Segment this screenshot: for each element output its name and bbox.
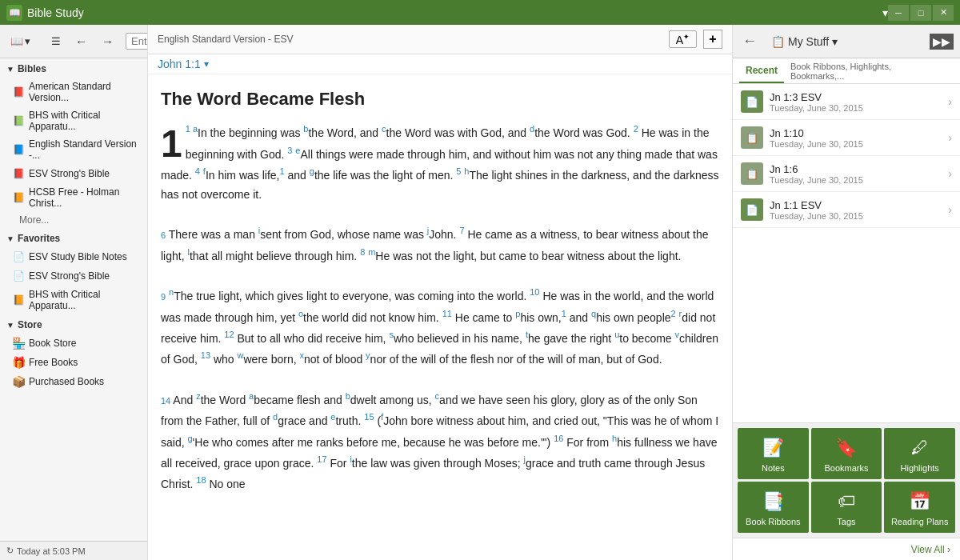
add-panel-button[interactable]: + [703, 30, 722, 49]
store-section-header[interactable]: ▼ Store [0, 314, 147, 334]
readingplans-icon: 📅 [909, 491, 930, 512]
recent-item-info-2: Jn 1:6 Tuesday, June 30, 2015 [770, 163, 942, 185]
sup-x: x [300, 350, 305, 360]
bibles-more-label: More... [19, 214, 49, 226]
verse-ref-text[interactable]: John 1:1 [158, 58, 201, 70]
recent-item-ref-3: Jn 1:1 ESV [770, 199, 942, 211]
sup-r: r [679, 309, 682, 318]
sidebar-item-label: ESV Strong's Bible [29, 270, 110, 282]
sidebar-item-label: ESV Study Bible Notes [29, 251, 127, 262]
sidebar-item-fav-esv-strong[interactable]: 📄 ESV Strong's Bible [0, 266, 147, 286]
sidebar-item-esv-strong[interactable]: 📕 ESV Strong's Bible [0, 164, 147, 183]
right-close-icon: ▶▶ [930, 34, 954, 50]
recent-item-ref-1: Jn 1:10 [770, 127, 942, 139]
sup-dd: d [273, 412, 278, 422]
sidebar-item-asv[interactable]: 📕 American Standard Version... [0, 78, 147, 106]
recent-item-ref-0: Jn 1:3 ESV [770, 91, 942, 103]
sup-n: n [169, 287, 174, 297]
recent-icon-glyph-2: 📋 [746, 168, 758, 180]
recent-item-1[interactable]: 📋 Jn 1:10 Tuesday, June 30, 2015 › [733, 120, 960, 156]
verse-1-ref-a: a [193, 124, 198, 134]
sidebar-item-book-store[interactable]: 🏪 Book Store [0, 334, 147, 353]
status-bar: ↻ Today at 5:03 PM [0, 541, 147, 560]
bibles-section-header[interactable]: ▼ Bibles [0, 58, 147, 78]
favorites-arrow-icon: ▼ [6, 234, 14, 243]
sidebar-item-free-books[interactable]: 🎁 Free Books [0, 353, 147, 372]
mystuff-label: My Stuff [788, 35, 829, 48]
sup-ii: i [350, 454, 351, 464]
list-view-button[interactable]: ☰ [46, 32, 66, 50]
sidebar-item-label: Free Books [29, 357, 78, 368]
minimize-button[interactable]: ─ [888, 5, 909, 21]
sup-o: o [298, 309, 303, 318]
recent-item-date-1: Tuesday, June 30, 2015 [770, 139, 942, 149]
font-size-button[interactable]: A✦ [669, 30, 697, 49]
recent-item-arrow-1: › [948, 131, 952, 144]
verse-ref-dropdown-icon[interactable]: ▾ [204, 58, 209, 70]
mystuff-button[interactable]: 📋 My Stuff ▾ [765, 32, 844, 51]
back-button[interactable]: ← [70, 31, 93, 51]
action-tile-highlights[interactable]: 🖊 Highlights [884, 428, 955, 479]
bibles-more-link[interactable]: More... [0, 212, 147, 228]
library-arrow: ▾ [25, 35, 30, 47]
right-back-button[interactable]: ← [739, 30, 760, 53]
chapter-text: 1 1 aIn the beginning was bthe Word, and… [161, 122, 719, 494]
main-container: 📖 ▾ ☰ ← → 🔍 → ▼ Bibles 📕 American St [0, 25, 960, 560]
title-dropdown-arrow[interactable]: ▾ [882, 6, 888, 19]
chapter-number: 1 [161, 125, 182, 163]
sidebar-item-bhs[interactable]: 📗 BHS with Critical Apparatu... [0, 106, 147, 135]
maximize-button[interactable]: □ [910, 5, 931, 21]
verse-10-num: 10 [530, 287, 539, 297]
sidebar-item-esv-study[interactable]: 📄 ESV Study Bible Notes [0, 247, 147, 266]
left-sidebar: 📖 ▾ ☰ ← → 🔍 → ▼ Bibles 📕 American St [0, 25, 148, 560]
recent-item-date-0: Tuesday, June 30, 2015 [770, 103, 942, 113]
recent-list: 📄 Jn 1:3 ESV Tuesday, June 30, 2015 › 📋 … [733, 84, 960, 422]
book-icon-asv: 📕 [13, 86, 24, 98]
action-tile-bookmarks[interactable]: 🔖 Bookmarks [811, 428, 882, 479]
sup-3: 2 [671, 309, 676, 318]
recent-item-3[interactable]: 📄 Jn 1:1 ESV Tuesday, June 30, 2015 › [733, 192, 960, 228]
sidebar-item-esv[interactable]: 📘 English Standard Version -... [0, 135, 147, 164]
right-panel-close-button[interactable]: ▶▶ [930, 34, 954, 49]
verse-14-num: 14 [161, 395, 170, 405]
tab-recent[interactable]: Recent [739, 58, 784, 83]
sidebar-item-fav-bhs[interactable]: 📙 BHS with Critical Apparatu... [0, 286, 147, 314]
bookribbons-icon: 📑 [762, 491, 784, 512]
action-tile-readingplans[interactable]: 📅 Reading Plans [884, 482, 955, 533]
favorites-section-header[interactable]: ▼ Favorites [0, 228, 147, 247]
tab-other[interactable]: Book Ribbons, Highlights, Bookmarks,... [784, 58, 954, 83]
sidebar-item-label: English Standard Version -... [29, 138, 141, 161]
verse-12-num: 12 [224, 330, 234, 339]
verse-7-num: 7 [459, 226, 464, 235]
recent-item-0[interactable]: 📄 Jn 1:3 ESV Tuesday, June 30, 2015 › [733, 84, 960, 120]
book-icon-fav-bhs: 📙 [13, 294, 24, 306]
verse-9-num: 9 [161, 292, 166, 302]
action-tile-tags[interactable]: 🏷 Tags [811, 482, 882, 533]
app-title: Bible Study [27, 6, 882, 19]
search-input[interactable] [131, 35, 148, 47]
action-tile-notes[interactable]: 📝 Notes [738, 428, 809, 479]
toolbar: 📖 ▾ ☰ ← → 🔍 → [0, 25, 147, 58]
action-tile-bookribbons[interactable]: 📑 Book Ribbons [738, 482, 809, 533]
notes-label: Notes [762, 463, 785, 473]
verse-16-num: 16 [554, 434, 563, 443]
verse-3-num: 3 [287, 146, 292, 155]
sidebar-item-purchased-books[interactable]: 📦 Purchased Books [0, 372, 147, 391]
sidebar-item-hcsb[interactable]: 📙 HCSB Free - Holman Christ... [0, 183, 147, 212]
library-button[interactable]: 📖 ▾ [5, 32, 36, 50]
verse-13-num: 13 [201, 350, 210, 360]
recent-item-2[interactable]: 📋 Jn 1:6 Tuesday, June 30, 2015 › [733, 156, 960, 192]
close-button[interactable]: ✕ [933, 5, 954, 21]
book-icon-esv-strong: 📕 [13, 167, 24, 180]
sidebar-item-label: Book Store [29, 338, 76, 349]
sidebar-item-label: BHS with Critical Apparatu... [29, 289, 141, 311]
highlights-label: Highlights [901, 463, 939, 473]
sup-u: u [614, 330, 619, 339]
recent-item-date-2: Tuesday, June 30, 2015 [770, 175, 942, 185]
sup-q: q [591, 309, 596, 318]
view-all-link[interactable]: View All › [911, 544, 950, 555]
action-grid: 📝 Notes 🔖 Bookmarks 🖊 Highlights 📑 Book … [733, 422, 960, 538]
forward-button[interactable]: → [96, 31, 119, 51]
sup-l: l [187, 247, 189, 257]
sup-ee: e [330, 412, 335, 422]
